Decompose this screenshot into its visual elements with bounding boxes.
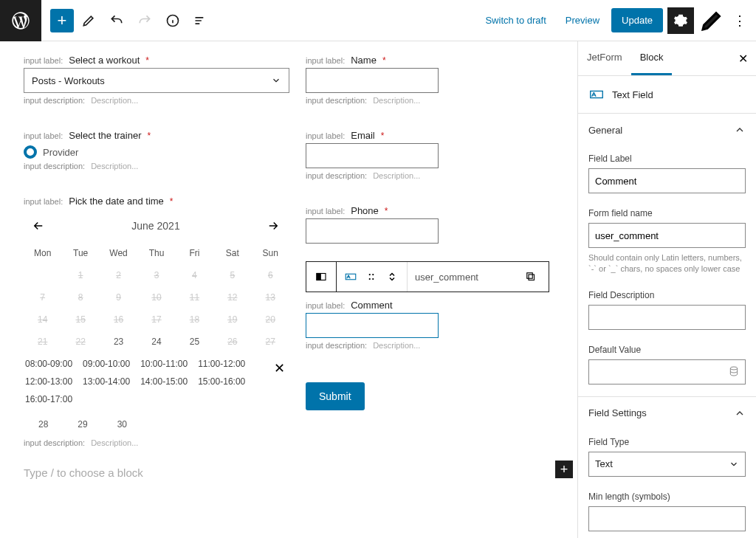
block-field-name: user_comment	[415, 272, 478, 283]
add-inline-block-button[interactable]: +	[555, 461, 573, 478]
cal-day: 3	[137, 264, 175, 286]
block-type-icon-button[interactable]	[311, 266, 331, 287]
email-field: input label: Email * input description: …	[306, 130, 570, 180]
time-slot[interactable]: 14:00-15:00	[139, 375, 189, 388]
chevron-down-icon	[271, 75, 281, 86]
field-name-lbl: Form field name	[588, 208, 746, 218]
settings-button[interactable]	[667, 7, 694, 34]
cal-day: 18	[176, 308, 213, 331]
cal-day: 10	[137, 286, 175, 308]
section-general-toggle[interactable]: General	[578, 114, 756, 146]
cal-day[interactable]: 25	[176, 331, 213, 353]
time-slot[interactable]: 10:00-11:00	[139, 357, 189, 370]
undo-button[interactable]	[103, 7, 130, 34]
cal-day: 1	[61, 264, 99, 286]
section-settings-toggle[interactable]: Field Settings	[578, 397, 756, 430]
field-name-input[interactable]	[588, 223, 746, 248]
cal-day: 8	[61, 286, 99, 308]
drag-handle-icon[interactable]	[361, 266, 382, 287]
name-label[interactable]: Name	[351, 55, 377, 66]
phone-input[interactable]	[306, 218, 439, 244]
time-slot[interactable]: 12:00-13:00	[24, 375, 74, 388]
default-value-lbl: Default Value	[588, 345, 746, 355]
close-sidebar-button[interactable]: ✕	[729, 44, 756, 73]
cal-prev-button[interactable]	[27, 214, 50, 238]
radio-icon	[24, 145, 37, 159]
svg-point-6	[369, 278, 371, 280]
trainer-radio-option[interactable]: Provider	[24, 145, 288, 159]
cal-next-button[interactable]	[261, 214, 285, 238]
svg-point-7	[372, 278, 374, 280]
time-slot[interactable]: 08:00-09:00	[24, 357, 74, 370]
svg-rect-9	[527, 273, 533, 279]
comment-input[interactable]	[306, 313, 439, 338]
text-field-icon	[588, 86, 605, 103]
phone-field: input label: Phone *	[306, 205, 570, 244]
tab-block[interactable]: Block	[631, 41, 673, 75]
cal-day[interactable]: 24	[137, 331, 175, 353]
scrollbar[interactable]	[577, 41, 578, 373]
text-field-icon[interactable]	[340, 266, 361, 287]
trainer-label[interactable]: Select the trainer	[69, 130, 141, 141]
time-slot[interactable]: 13:00-14:00	[81, 375, 131, 388]
time-slot[interactable]: 15:00-16:00	[196, 375, 247, 388]
edit-mode-button[interactable]	[75, 7, 102, 34]
move-updown-button[interactable]	[382, 266, 402, 287]
cal-day: 13	[252, 286, 289, 308]
field-type-select[interactable]: Text	[588, 452, 746, 477]
submit-button[interactable]: Submit	[306, 382, 365, 410]
styles-button[interactable]	[698, 7, 725, 34]
workout-select[interactable]: Posts - Workouts	[24, 68, 289, 93]
chevron-up-icon	[734, 124, 746, 136]
block-type-label: Text Field	[612, 89, 653, 100]
wordpress-logo[interactable]	[0, 0, 41, 41]
comment-label[interactable]: Comment	[351, 300, 392, 311]
add-block-button[interactable]: +	[50, 9, 74, 32]
default-value-input[interactable]	[588, 359, 746, 384]
field-desc-input[interactable]	[588, 305, 746, 330]
cal-day: 27	[252, 331, 289, 353]
cal-day[interactable]: 29	[63, 413, 102, 435]
datetime-label[interactable]: Pick the date and time	[69, 196, 164, 207]
trainer-field: input label: Select the trainer * Provid…	[24, 130, 288, 170]
cal-day-header: Wed	[100, 242, 137, 264]
cal-day[interactable]: 28	[24, 413, 63, 435]
cal-day: 12	[213, 286, 251, 308]
phone-label[interactable]: Phone	[351, 205, 379, 216]
switch-to-draft-link[interactable]: Switch to draft	[478, 9, 553, 32]
cal-day	[24, 264, 61, 286]
info-button[interactable]	[159, 7, 186, 34]
block-prompt[interactable]: Type / to choose a block	[24, 466, 288, 479]
time-slot[interactable]: 09:00-10:00	[81, 357, 131, 370]
preview-link[interactable]: Preview	[558, 9, 607, 32]
cal-day: 4	[176, 264, 213, 286]
cal-day: 19	[213, 308, 251, 331]
cal-day-header: Mon	[24, 242, 61, 264]
svg-point-5	[372, 274, 374, 275]
field-label-input[interactable]	[588, 168, 746, 193]
min-length-input[interactable]	[588, 506, 746, 531]
update-button[interactable]: Update	[611, 8, 663, 32]
more-options-button[interactable]: ⋮	[729, 7, 750, 34]
cal-day: 5	[213, 264, 251, 286]
workout-label[interactable]: Select a workout	[69, 55, 140, 66]
field-type-lbl: Field Type	[588, 437, 746, 447]
name-input[interactable]	[306, 68, 439, 93]
tab-jetform[interactable]: JetForm	[578, 41, 631, 75]
cal-month: June 2021	[131, 220, 179, 232]
copy-icon[interactable]	[520, 266, 541, 287]
list-view-button[interactable]	[188, 7, 214, 34]
email-input[interactable]	[306, 143, 439, 168]
time-slot[interactable]: 11:00-12:00	[196, 357, 247, 370]
time-slot[interactable]: 16:00-17:00	[24, 393, 74, 406]
redo-button	[131, 7, 158, 34]
cal-day[interactable]: 30	[103, 413, 142, 435]
cal-day[interactable]: 23	[100, 331, 137, 353]
cal-day: 22	[61, 331, 99, 353]
database-icon[interactable]	[728, 365, 740, 377]
cal-day: 14	[24, 308, 61, 331]
chevron-up-icon	[734, 407, 746, 419]
close-slots-button[interactable]: ✕	[274, 360, 285, 376]
cal-day-header: Fri	[176, 242, 213, 264]
email-label[interactable]: Email	[351, 130, 375, 141]
